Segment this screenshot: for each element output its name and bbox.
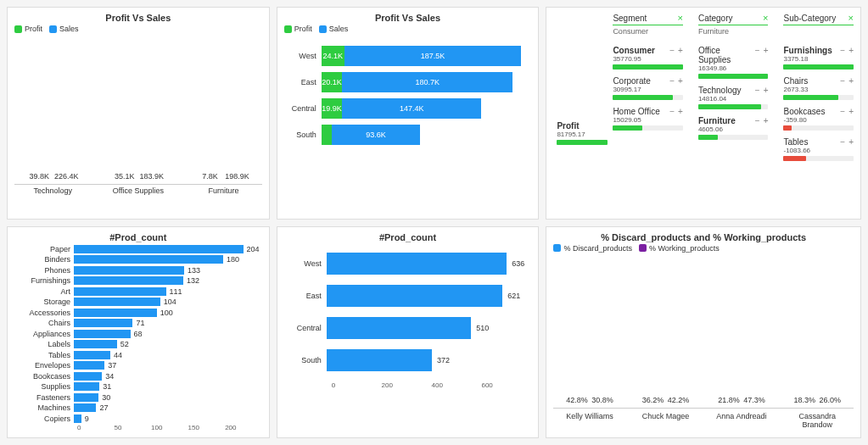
bar[interactable] [74, 245, 244, 253]
panel-title: #Prod_count [284, 232, 532, 242]
plus-icon[interactable]: + [764, 46, 769, 55]
plus-icon[interactable]: + [848, 107, 854, 116]
bar[interactable] [74, 382, 99, 391]
minus-icon[interactable]: − [840, 76, 845, 86]
tree-node[interactable]: −+ Corporate 30995.17 [613, 76, 683, 100]
column-header-category[interactable]: Category× [698, 13, 769, 25]
seg-profit[interactable]: 24.1K [322, 46, 344, 66]
seg-profit[interactable]: 19.9K [322, 98, 343, 119]
panel-title: Profit Vs Sales [284, 13, 532, 23]
panel-profit-vs-sales-region: Profit Vs Sales Profit Sales West24.1K18… [277, 7, 540, 220]
close-icon[interactable]: × [677, 13, 682, 23]
bar[interactable] [74, 340, 117, 348]
bar[interactable] [74, 319, 132, 327]
minus-icon[interactable]: − [840, 107, 845, 116]
plus-icon[interactable]: + [764, 86, 769, 95]
minus-icon[interactable]: − [840, 137, 845, 147]
bar-row: Chairs71 [14, 318, 262, 328]
minus-icon[interactable]: − [669, 46, 675, 55]
bar[interactable] [327, 253, 507, 275]
tree-node[interactable]: −+ Technology 14816.04 [698, 86, 769, 109]
bar[interactable] [74, 276, 183, 285]
vertical-bar-chart: 39.8K 226.4K 35.1K 183.9K 7.8K 198.9K [14, 36, 262, 185]
legend-working[interactable]: % Working_products [639, 244, 720, 253]
seg-profit[interactable]: 20.1K [322, 72, 343, 92]
tree-node[interactable]: −+ Office Supplies 16349.86 [698, 46, 769, 79]
minus-icon[interactable]: − [755, 46, 760, 55]
bar[interactable] [74, 266, 184, 275]
seg-sales[interactable]: 180.7K [342, 72, 512, 92]
bar-row: Paper204 [14, 244, 262, 254]
horizontal-bar-chart: West636East621Central510South372 [284, 253, 532, 371]
legend-profit[interactable]: Profit [284, 25, 312, 33]
bar[interactable] [74, 309, 157, 317]
bar[interactable] [74, 403, 96, 412]
seg-sales[interactable]: 187.5K [344, 46, 521, 66]
seg-sales[interactable]: 147.4K [342, 98, 480, 119]
tree-node[interactable]: −+ Tables -1083.66 [783, 137, 854, 161]
bar-row: Fasteners30 [14, 392, 262, 403]
seg-profit[interactable] [322, 125, 332, 145]
legend: Profit Sales [284, 25, 532, 33]
minus-icon[interactable]: − [840, 46, 845, 55]
x-axis: 0200400600 [332, 381, 532, 389]
bar-row: Labels52 [14, 339, 262, 349]
column-header-segment[interactable]: Segment× [613, 13, 683, 25]
bar[interactable] [74, 351, 110, 359]
bar-row: Storage104 [14, 297, 262, 307]
legend-profit[interactable]: Profit [14, 25, 42, 33]
bar[interactable] [327, 317, 472, 339]
tree-node[interactable]: −+ Home Office 15029.05 [613, 107, 683, 131]
tree-node[interactable]: −+ Furniture 4605.06 [698, 116, 769, 140]
panel-title: % Discard_products and % Working_product… [553, 232, 854, 242]
plus-icon[interactable]: + [678, 107, 683, 116]
bar[interactable] [74, 393, 98, 402]
minus-icon[interactable]: − [669, 76, 675, 86]
minus-icon[interactable]: − [755, 86, 760, 95]
column-header-subcategory[interactable]: Sub-Category× [783, 13, 854, 25]
bar-row: Binders180 [14, 254, 262, 264]
bar[interactable] [74, 361, 104, 370]
tree-node[interactable]: −+ Furnishings 3375.18 [783, 46, 854, 70]
plus-icon[interactable]: + [848, 137, 854, 147]
legend: % Discard_products % Working_products [553, 244, 854, 253]
seg-sales[interactable]: 93.6K [332, 125, 420, 145]
close-icon[interactable]: × [848, 13, 854, 23]
minus-icon[interactable]: − [669, 107, 675, 116]
plus-icon[interactable]: + [848, 76, 854, 86]
bar[interactable] [74, 287, 166, 296]
minus-icon[interactable]: − [755, 116, 760, 125]
plus-icon[interactable]: + [678, 76, 683, 86]
legend-sales[interactable]: Sales [319, 25, 349, 33]
tree-node[interactable]: −+ Bookcases -359.80 [783, 107, 854, 131]
bar[interactable] [74, 414, 81, 423]
bar-row: Copiers9 [14, 414, 262, 424]
panel-profit-vs-sales-category: Profit Vs Sales Profit Sales 39.8K 226.4… [7, 7, 270, 220]
bar-row: Bookcases34 [14, 371, 262, 381]
bar[interactable] [327, 285, 503, 307]
bar[interactable] [74, 255, 223, 264]
bar-row: West636 [284, 253, 532, 275]
bar-row: Machines27 [14, 403, 262, 413]
bar[interactable] [327, 349, 432, 371]
legend-discard[interactable]: % Discard_products [553, 244, 632, 253]
bar[interactable] [74, 298, 160, 306]
close-icon[interactable]: × [763, 13, 768, 23]
bar-row: Tables44 [14, 350, 262, 360]
legend-sales[interactable]: Sales [49, 25, 79, 33]
root-node[interactable]: Profit 81795.17 [557, 121, 608, 145]
plus-icon[interactable]: + [848, 46, 854, 55]
plus-icon[interactable]: + [764, 116, 769, 125]
legend: Profit Sales [14, 25, 262, 33]
plus-icon[interactable]: + [678, 46, 683, 55]
bar[interactable] [74, 330, 131, 338]
panel-title: Profit Vs Sales [14, 13, 262, 23]
bar[interactable] [74, 372, 102, 381]
bar-row: Accessories100 [14, 308, 262, 318]
tree-node[interactable]: −+ Chairs 2673.33 [783, 76, 854, 100]
tree-node[interactable]: −+ Consumer 35770.95 [613, 46, 683, 70]
dashboard: Profit Vs Sales Profit Sales 39.8K 226.4… [7, 7, 861, 438]
horizontal-stacked-chart: West24.1K187.5K East20.1K180.7K Central1… [284, 36, 532, 154]
bar-row: Art111 [14, 286, 262, 297]
panel-prod-count-subcat: #Prod_count Paper204Binders180Phones133F… [7, 226, 270, 439]
